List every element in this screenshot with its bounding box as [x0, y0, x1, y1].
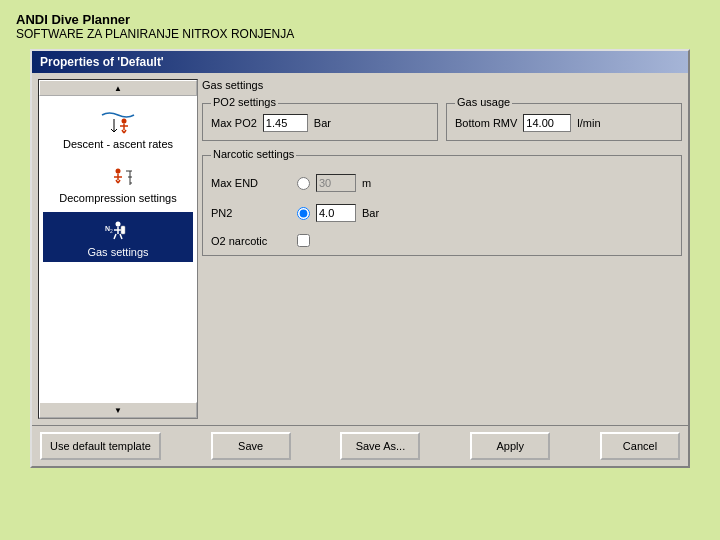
svg-line-19 [120, 234, 122, 239]
max-po2-row: Max PO2 Bar [211, 114, 429, 132]
dialog-body: ▲ [32, 73, 688, 425]
bottom-rmv-label: Bottom RMV [455, 117, 517, 129]
sidebar-item-descent-ascent[interactable]: Descent - ascent rates [43, 104, 193, 154]
cancel-button[interactable]: Cancel [600, 432, 680, 460]
pn2-radio[interactable] [297, 207, 310, 220]
apply-button[interactable]: Apply [470, 432, 550, 460]
pn2-input[interactable] [316, 204, 356, 222]
bottom-rmv-input[interactable] [523, 114, 571, 132]
bottom-rmv-row: Bottom RMV l/min [455, 114, 673, 132]
narcotic-group-title: Narcotic settings [211, 148, 296, 160]
save-as-button[interactable]: Save As... [340, 432, 420, 460]
sidebar-item-decompression[interactable]: Decompression settings [43, 158, 193, 208]
pn2-unit: Bar [362, 207, 379, 219]
max-end-row: Max END m [211, 174, 673, 192]
svg-line-4 [124, 130, 126, 133]
decompression-icon [98, 162, 138, 192]
sidebar-scroll-up[interactable]: ▲ [39, 80, 197, 96]
sidebar-item-descent-label: Descent - ascent rates [63, 138, 173, 150]
top-groups: PO2 settings Max PO2 Bar Gas usage Botto… [202, 103, 682, 141]
save-button[interactable]: Save [211, 432, 291, 460]
gas-usage-group-title: Gas usage [455, 96, 512, 108]
svg-line-10 [118, 180, 120, 183]
svg-point-0 [122, 119, 127, 124]
sidebar: ▲ [38, 79, 198, 419]
svg-line-18 [114, 234, 116, 239]
app-title: ANDI Dive Planner [16, 12, 704, 27]
narcotic-settings-group: Narcotic settings Max END m PN2 Bar [202, 155, 682, 256]
app-header: ANDI Dive Planner SOFTWARE ZA PLANIRANJE… [0, 0, 720, 49]
svg-rect-20 [121, 226, 125, 234]
dialog-titlebar: Properties of 'Default' [32, 51, 688, 73]
max-po2-unit: Bar [314, 117, 331, 129]
pn2-row: PN2 Bar [211, 204, 673, 222]
max-end-label: Max END [211, 177, 291, 189]
po2-group-title: PO2 settings [211, 96, 278, 108]
sidebar-scroll-down[interactable]: ▼ [39, 402, 197, 418]
properties-dialog: Properties of 'Default' ▲ [30, 49, 690, 468]
max-end-input[interactable] [316, 174, 356, 192]
sidebar-items: Descent - ascent rates [39, 96, 197, 402]
svg-point-15 [116, 222, 121, 227]
sidebar-item-decompression-label: Decompression settings [59, 192, 176, 204]
sidebar-item-gas-settings[interactable]: N 2 Gas settings [43, 212, 193, 262]
max-po2-input[interactable] [263, 114, 308, 132]
gas-usage-group: Gas usage Bottom RMV l/min [446, 103, 682, 141]
dialog-buttons: Use default template Save Save As... App… [32, 425, 688, 466]
gas-settings-section-label: Gas settings [202, 79, 682, 91]
o2-narcotic-row: O2 narcotic [211, 234, 673, 247]
svg-text:2: 2 [110, 228, 113, 234]
max-end-radio[interactable] [297, 177, 310, 190]
max-end-unit: m [362, 177, 371, 189]
descent-ascent-icon [98, 108, 138, 138]
pn2-label: PN2 [211, 207, 291, 219]
dialog-title: Properties of 'Default' [40, 55, 164, 69]
gas-settings-icon: N 2 [98, 216, 138, 246]
o2-narcotic-checkbox[interactable] [297, 234, 310, 247]
app-subtitle: SOFTWARE ZA PLANIRANJE NITROX RONJENJA [16, 27, 704, 41]
sidebar-item-gas-label: Gas settings [87, 246, 148, 258]
bottom-rmv-unit: l/min [577, 117, 600, 129]
o2-narcotic-label: O2 narcotic [211, 235, 291, 247]
svg-point-6 [116, 169, 121, 174]
narcotic-rows: Max END m PN2 Bar O2 narcotic [211, 168, 673, 247]
use-default-template-button[interactable]: Use default template [40, 432, 161, 460]
max-po2-label: Max PO2 [211, 117, 257, 129]
main-content: Gas settings PO2 settings Max PO2 Bar Ga… [202, 79, 682, 419]
po2-settings-group: PO2 settings Max PO2 Bar [202, 103, 438, 141]
